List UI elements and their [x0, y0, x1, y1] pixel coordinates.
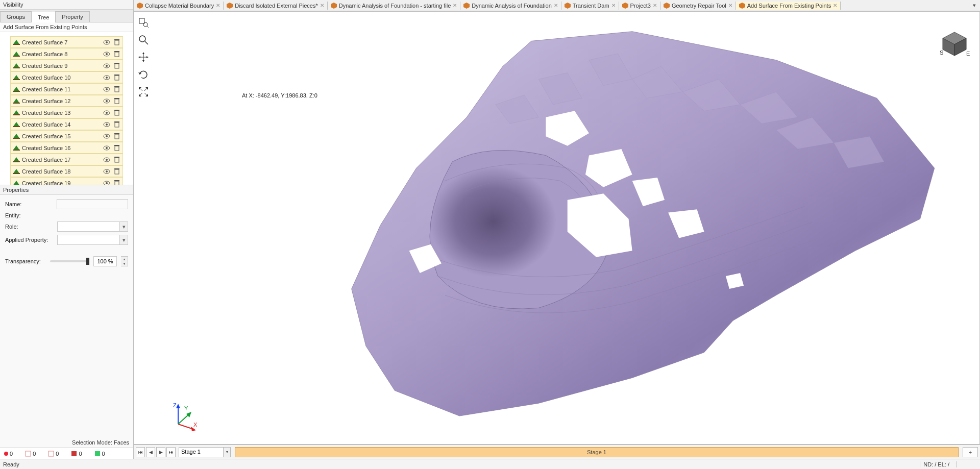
- trash-icon[interactable]: [113, 39, 120, 46]
- viewport[interactable]: At X: -8462.49, Y:1986.83, Z:0: [134, 11, 980, 445]
- svg-point-93: [139, 36, 145, 42]
- prop-label-entity: Entity:: [5, 212, 54, 218]
- tabs-overflow-button[interactable]: ▾: [969, 2, 980, 9]
- close-icon[interactable]: ✕: [554, 3, 558, 8]
- doc-tab[interactable]: Collapse Material Boundary✕: [134, 2, 224, 10]
- canvas-3d[interactable]: At X: -8462.49, Y:1986.83, Z:0: [153, 12, 979, 444]
- svg-rect-76: [115, 181, 119, 185]
- doc-tab[interactable]: Geometry Repair Tool✕: [660, 2, 736, 10]
- eye-icon[interactable]: [103, 168, 110, 175]
- stage-select[interactable]: Stage 1: [179, 447, 224, 457]
- trash-icon[interactable]: [113, 168, 120, 175]
- stage-prev-button[interactable]: ◀: [146, 447, 155, 457]
- svg-marker-84: [331, 3, 337, 9]
- prop-applied-select[interactable]: [57, 235, 120, 245]
- fit-icon[interactable]: [138, 86, 149, 97]
- close-icon[interactable]: ✕: [611, 3, 616, 8]
- tree-row[interactable]: Created Surface 18: [10, 165, 123, 177]
- eye-icon[interactable]: [103, 109, 110, 116]
- pan-icon[interactable]: [138, 52, 149, 63]
- svg-rect-35: [114, 98, 119, 99]
- trash-icon[interactable]: [113, 62, 120, 69]
- stage-last-button[interactable]: ⏭: [166, 447, 176, 457]
- trash-icon[interactable]: [113, 133, 120, 140]
- tree-row[interactable]: Created Surface 19: [10, 177, 123, 185]
- prop-label-role: Role:: [5, 224, 54, 230]
- eye-icon[interactable]: [103, 133, 110, 140]
- chevron-down-icon[interactable]: ▾: [120, 235, 128, 245]
- trash-icon[interactable]: [113, 156, 120, 163]
- doc-tab[interactable]: Dynamic Analysis of Foundation - startin…: [328, 2, 461, 10]
- tree-label: Created Surface 9: [22, 63, 103, 69]
- trash-icon[interactable]: [113, 97, 120, 105]
- cube-icon: [71, 451, 77, 457]
- svg-rect-13: [13, 67, 20, 68]
- zoom-icon[interactable]: [138, 34, 149, 45]
- zoom-window-icon[interactable]: [138, 17, 149, 28]
- tree-row[interactable]: Created Surface 10: [10, 71, 123, 83]
- doc-tab[interactable]: Dynamic Analysis of Foundation✕: [460, 2, 561, 10]
- stage-first-button[interactable]: ⏮: [136, 447, 145, 457]
- model-icon: [565, 3, 571, 9]
- stage-add-button[interactable]: +: [963, 447, 978, 457]
- svg-point-63: [106, 159, 108, 161]
- eye-icon[interactable]: [103, 39, 110, 46]
- prop-label-transparency: Transparency:: [5, 258, 46, 264]
- tree-row[interactable]: Created Surface 9: [10, 60, 123, 71]
- prop-role-select[interactable]: [57, 221, 120, 232]
- tree-label: Created Surface 14: [22, 121, 103, 128]
- transparency-spinner[interactable]: ▲▼: [121, 256, 128, 266]
- tree-row[interactable]: Created Surface 7: [10, 36, 123, 48]
- tree-row[interactable]: Created Surface 14: [10, 118, 123, 130]
- doc-tab[interactable]: Project3✕: [619, 2, 660, 10]
- tree-row[interactable]: Created Surface 8: [10, 48, 123, 60]
- eye-icon[interactable]: [103, 156, 110, 163]
- prop-name-input[interactable]: [57, 199, 128, 209]
- eye-icon[interactable]: [103, 97, 110, 105]
- eye-icon[interactable]: [103, 144, 110, 152]
- trash-icon[interactable]: [113, 86, 120, 93]
- chevron-down-icon[interactable]: ▾: [224, 447, 231, 457]
- close-icon[interactable]: ✕: [216, 3, 220, 8]
- eye-icon[interactable]: [103, 121, 110, 128]
- rotate-icon[interactable]: [138, 69, 149, 80]
- close-icon[interactable]: ✕: [320, 3, 324, 8]
- eye-icon[interactable]: [103, 51, 110, 58]
- tree-list[interactable]: Created Surface 7 Created Surface 8 Crea…: [0, 32, 133, 185]
- doc-tab[interactable]: Discard Isolated External Pieces*✕: [224, 2, 328, 10]
- trash-icon[interactable]: [113, 109, 120, 116]
- tree-row[interactable]: Created Surface 12: [10, 95, 123, 107]
- trash-icon[interactable]: [113, 144, 120, 152]
- eye-icon[interactable]: [103, 62, 110, 69]
- stage-next-button[interactable]: ▶: [156, 447, 165, 457]
- eye-icon[interactable]: [103, 74, 110, 81]
- close-icon[interactable]: ✕: [453, 3, 457, 8]
- trash-icon[interactable]: [113, 180, 120, 186]
- tree-row[interactable]: Created Surface 13: [10, 107, 123, 118]
- eye-icon[interactable]: [103, 86, 110, 93]
- svg-marker-100: [146, 56, 149, 58]
- doc-tab[interactable]: Add Surface From Existing Points✕: [736, 2, 841, 10]
- transparency-slider[interactable]: [50, 260, 89, 262]
- tab-tree[interactable]: Tree: [31, 12, 56, 22]
- stage-track[interactable]: Stage 1: [235, 447, 959, 457]
- tree-row[interactable]: Created Surface 15: [10, 130, 123, 142]
- tab-property[interactable]: Property: [55, 11, 90, 22]
- cube-icon: [48, 451, 54, 457]
- tree-row[interactable]: Created Surface 11: [10, 83, 123, 95]
- close-icon[interactable]: ✕: [653, 3, 657, 8]
- trash-icon[interactable]: [113, 121, 120, 128]
- tree-row[interactable]: Created Surface 16: [10, 142, 123, 154]
- tab-groups[interactable]: Groups: [0, 11, 32, 22]
- trash-icon[interactable]: [113, 74, 120, 81]
- view-cube[interactable]: S E: [939, 29, 970, 61]
- doc-tab[interactable]: Transient Dam✕: [561, 2, 619, 10]
- transparency-value[interactable]: 100 %: [93, 256, 117, 266]
- eye-icon[interactable]: [103, 180, 110, 186]
- close-icon[interactable]: ✕: [728, 3, 732, 8]
- axes-gizmo[interactable]: Z X Y: [168, 401, 199, 432]
- chevron-down-icon[interactable]: ▾: [120, 221, 128, 232]
- trash-icon[interactable]: [113, 51, 120, 58]
- close-icon[interactable]: ✕: [833, 3, 837, 8]
- tree-row[interactable]: Created Surface 17: [10, 154, 123, 165]
